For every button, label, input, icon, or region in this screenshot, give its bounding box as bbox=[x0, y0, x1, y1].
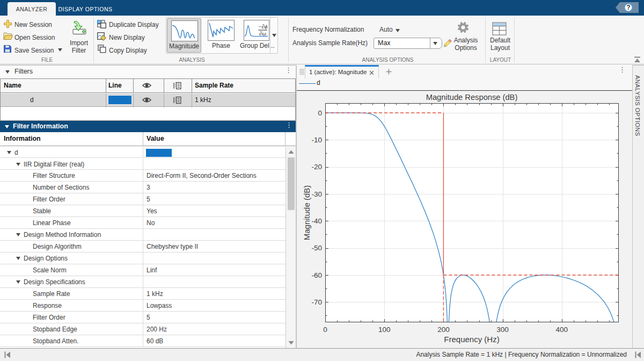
svg-text:-20: -20 bbox=[311, 163, 322, 171]
svg-text:-50: -50 bbox=[311, 244, 322, 252]
svg-text:200: 200 bbox=[437, 326, 450, 334]
svg-text:∂ω: ∂ω bbox=[259, 31, 266, 37]
svg-text:0: 0 bbox=[323, 326, 327, 334]
svg-text:300: 300 bbox=[496, 326, 509, 334]
svg-text:Frequency (Hz): Frequency (Hz) bbox=[444, 335, 499, 344]
svg-text:-30: -30 bbox=[311, 190, 322, 198]
svg-text:100: 100 bbox=[378, 326, 391, 334]
svg-text:400: 400 bbox=[556, 326, 568, 334]
svg-text:0: 0 bbox=[318, 109, 322, 117]
svg-text:-60: -60 bbox=[311, 271, 322, 279]
svg-text:−∂ϕ: −∂ϕ bbox=[258, 24, 268, 30]
svg-text:?: ? bbox=[626, 4, 630, 11]
svg-text:-10: -10 bbox=[311, 136, 322, 144]
svg-text:-40: -40 bbox=[311, 217, 322, 225]
svg-text:-70: -70 bbox=[311, 298, 322, 306]
svg-text:Magnitude Response (dB): Magnitude Response (dB) bbox=[426, 93, 518, 102]
svg-text:Magnitude (dB): Magnitude (dB) bbox=[302, 185, 311, 241]
